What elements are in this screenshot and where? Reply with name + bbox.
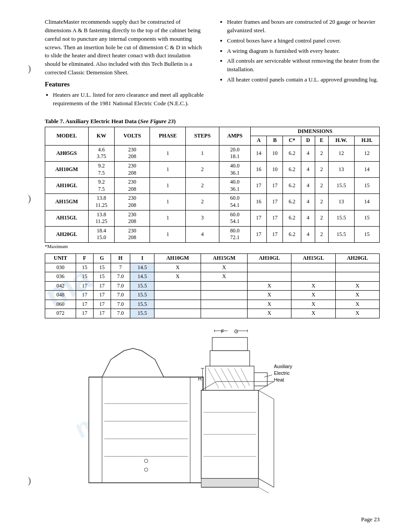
- th-d: D: [301, 136, 315, 146]
- table2-cell: 048: [45, 291, 76, 300]
- table2-row: 07217177.015.5XXX: [45, 309, 380, 318]
- svg-text:H: H: [198, 376, 202, 382]
- table1-row: AH20GL18.4 15.0230 2081480.0 72.117176.2…: [45, 226, 380, 242]
- table1-cell: 13: [328, 161, 354, 177]
- table2-cell: X: [291, 291, 335, 300]
- table1-cell: 6.2: [283, 145, 301, 161]
- table1-cell: AH10GL: [45, 178, 89, 194]
- table1-cell: AH05GS: [45, 145, 89, 161]
- table1-cell: 6.2: [283, 161, 301, 177]
- table1-header-row1: MODEL KW VOLTS PHASE STEPS AMPS DIMENSIO…: [45, 127, 380, 136]
- table2-cell: 17: [93, 291, 111, 300]
- table2-cell: X: [248, 309, 291, 318]
- table2-cell: X: [201, 272, 248, 282]
- table1-cell: 3: [186, 210, 219, 226]
- table2-cell: 15.5: [130, 291, 154, 300]
- table1-cell: 6.2: [283, 194, 301, 210]
- table1-cell: AH10GM: [45, 161, 89, 177]
- table2-cell: 7.0: [111, 309, 130, 318]
- table2-cell: 15: [76, 263, 94, 272]
- table1-cell: 17: [267, 178, 283, 194]
- th2-ah10gl: AH10GL: [248, 253, 291, 263]
- table1-cell: 4: [301, 226, 315, 242]
- table1-cell: 15: [355, 178, 380, 194]
- table1-cell: 4: [301, 178, 315, 194]
- th-kw: KW: [88, 127, 115, 145]
- th2-f: F: [76, 253, 94, 263]
- th2-ah15gm: AH15GM: [201, 253, 248, 263]
- th2-unit: UNIT: [45, 253, 76, 263]
- table1-cell: 17: [267, 194, 283, 210]
- right-bullet-5: All heater control panels contain a U.L.…: [227, 76, 380, 84]
- table1-cell: 2: [186, 161, 219, 177]
- table2-cell: 17: [76, 309, 94, 318]
- intro-paragraph: ClimateMaster recommends supply duct be …: [45, 18, 206, 77]
- figure-svg: ma F G: [45, 323, 380, 493]
- table1-cell: 6.2: [283, 210, 301, 226]
- table1-cell: 1: [150, 145, 186, 161]
- svg-line-42: [258, 390, 274, 399]
- table2-cell: 17: [93, 281, 111, 291]
- th-c: C*: [283, 136, 301, 146]
- table1-cell: 15: [355, 226, 380, 242]
- table1-cell: 10: [267, 145, 283, 161]
- table1-row: AH10GL9.2 7.5230 2081240.0 36.117176.242…: [45, 178, 380, 194]
- table1-cell: 12: [355, 145, 380, 161]
- th-model: MODEL: [45, 127, 89, 145]
- table2-cell: X: [154, 263, 201, 272]
- features-heading: Features: [45, 81, 206, 88]
- th2-g: G: [93, 253, 111, 263]
- th-e: E: [315, 136, 328, 146]
- figure23: ma F G: [45, 323, 380, 493]
- svg-rect-1: [89, 377, 203, 483]
- table1-cell: 230 208: [115, 178, 150, 194]
- svg-text:G: G: [234, 329, 238, 334]
- table2-cell: 042: [45, 281, 76, 291]
- table1-row: AH10GM9.2 7.5230 2081240.0 36.116106.242…: [45, 161, 380, 177]
- table2-cell: X: [335, 300, 379, 309]
- right-bullets-list: Heater frames and boxes are constructed …: [227, 18, 380, 84]
- table1-cell: 4.6 3.75: [88, 145, 115, 161]
- table1-cell: 60.0 54.1: [219, 210, 250, 226]
- table2-cell: 15.5: [130, 300, 154, 309]
- table1-cell: 4: [301, 145, 315, 161]
- table1-cell: AH15GM: [45, 194, 89, 210]
- table2-cell: 036: [45, 272, 76, 282]
- table1-cell: 13: [328, 194, 354, 210]
- intro-section: ClimateMaster recommends supply duct be …: [45, 18, 380, 112]
- table2-cell: [201, 291, 248, 300]
- right-bullet-4: All controls are serviceable without rem…: [227, 57, 380, 74]
- table1-cell: 9.2 7.5: [88, 161, 115, 177]
- table1: MODEL KW VOLTS PHASE STEPS AMPS DIMENSIO…: [45, 127, 380, 243]
- table2-cell: X: [335, 291, 379, 300]
- table1-cell: 17: [251, 210, 267, 226]
- table2-cell: [201, 309, 248, 318]
- table1-cell: 1: [150, 226, 186, 242]
- table1-cell: 40.0 36.1: [219, 178, 250, 194]
- table1-row: AH15GL13.8 11.25230 2081360.0 54.117176.…: [45, 210, 380, 226]
- table1-cell: 6.2: [283, 178, 301, 194]
- svg-text:Electric: Electric: [274, 370, 290, 376]
- table1-cell: 18.4 15.0: [88, 226, 115, 242]
- th2-ah10gm: AH10GM: [154, 253, 201, 263]
- table2-cell: X: [154, 272, 201, 282]
- table2-cell: 15: [93, 272, 111, 282]
- table2-cell: 17: [93, 309, 111, 318]
- table1-cell: 230 208: [115, 226, 150, 242]
- table1-cell: 16: [251, 194, 267, 210]
- table2-cell: [248, 263, 291, 272]
- table2-row: 04817177.015.5XXX: [45, 291, 380, 300]
- table2-cell: 17: [76, 281, 94, 291]
- table2-cell: [201, 281, 248, 291]
- right-bullet-1: Heater frames and boxes are constructed …: [227, 18, 380, 35]
- table1-cell: 230 208: [115, 210, 150, 226]
- table2-cell: 7.0: [111, 272, 130, 282]
- table1-cell: 230 208: [115, 145, 150, 161]
- table2-cell: X: [201, 263, 248, 272]
- table1-cell: 2: [186, 178, 219, 194]
- table1-cell: 1: [150, 161, 186, 177]
- table2-cell: [335, 272, 379, 282]
- table1-cell: 9.2 7.5: [88, 178, 115, 194]
- table1-cell: 4: [301, 194, 315, 210]
- svg-line-49: [258, 479, 274, 488]
